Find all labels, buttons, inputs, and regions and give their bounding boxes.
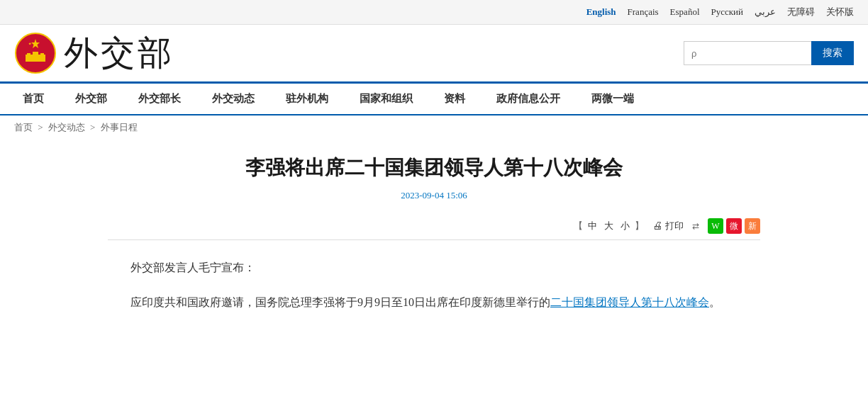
bracket-left: 【 [574,220,583,232]
nav-wechat[interactable]: 两微一端 [576,84,650,114]
sina-share-icon[interactable]: 新 [745,218,760,234]
print-button[interactable]: 打印 [652,220,684,232]
nav-countries[interactable]: 国家和组织 [344,84,428,114]
font-size-controls: 【 中 大 小 】 [574,220,644,232]
weibo-share-icon[interactable]: 微 [726,218,742,234]
nav-missions[interactable]: 驻外机构 [270,84,344,114]
lang-espanol[interactable]: Español [670,6,700,18]
lang-francais[interactable]: Français [628,6,659,18]
logo-area: 外交部 [14,32,174,74]
printer-icon [652,220,662,232]
national-emblem [14,32,57,74]
nav-minister[interactable]: 外交部长 [123,84,196,114]
print-label: 打印 [665,220,684,232]
share-icons: W 微 新 [708,218,760,234]
nav-openinfo[interactable]: 政府信息公开 [481,84,576,114]
article-body: 外交部发言人毛宁宣布： 应印度共和国政府邀请，国务院总理李强将于9月9日至10日… [108,257,760,313]
breadcrumb-news[interactable]: 外交动态 [48,122,85,132]
language-bar: English Français Español Русский عربي 无障… [0,0,868,25]
breadcrumb: 首页 > 外交动态 > 外事日程 [0,115,868,140]
share-link-icon [692,220,699,232]
article-date: 2023-09-04 15:06 [108,190,760,201]
search-input[interactable] [684,41,811,65]
font-size-medium[interactable]: 中 [586,220,599,232]
search-button[interactable]: 搜索 [811,41,854,65]
lang-russian[interactable]: Русский [711,6,744,18]
bracket-right: 】 [635,220,644,232]
main-nav: 首页 外交部 外交部长 外交动态 驻外机构 国家和组织 资料 政府信息公开 两微… [0,84,868,115]
font-size-small[interactable]: 小 [618,220,632,232]
site-header: 外交部 搜索 [0,25,868,84]
article-highlight: 二十国集团领导人第十八次峰会 [550,296,709,308]
lang-care[interactable]: 关怀版 [826,6,854,18]
site-title: 外交部 [64,36,174,70]
font-size-large[interactable]: 大 [602,220,616,232]
article-content: 李强将出席二十国集团领导人第十八次峰会 2023-09-04 15:06 【 中… [94,140,774,340]
svg-rect-4 [33,52,38,62]
lang-english[interactable]: English [586,6,616,18]
breadcrumb-schedule[interactable]: 外事日程 [101,122,138,132]
article-title: 李强将出席二十国集团领导人第十八次峰会 [108,154,760,181]
article-toolbar: 【 中 大 小 】 打印 W 微 新 [108,213,760,240]
svg-rect-3 [27,53,30,62]
article-paragraph-2: 应印度共和国政府邀请，国务院总理李强将于9月9日至10日出席在印度新德里举行的二… [108,292,760,313]
nav-resources[interactable]: 资料 [428,84,481,114]
svg-rect-5 [40,53,44,62]
nav-news[interactable]: 外交动态 [196,84,270,114]
search-area: 搜索 [684,41,854,65]
breadcrumb-sep1: > [38,122,45,132]
lang-accessible[interactable]: 无障碍 [787,6,815,18]
nav-home[interactable]: 首页 [7,84,60,114]
breadcrumb-home[interactable]: 首页 [14,122,33,132]
nav-mfa[interactable]: 外交部 [60,84,123,114]
lang-arabic[interactable]: عربي [755,6,776,18]
wechat-share-icon[interactable]: W [708,218,723,234]
article-paragraph-1: 外交部发言人毛宁宣布： [108,257,760,278]
breadcrumb-sep2: > [90,122,98,132]
